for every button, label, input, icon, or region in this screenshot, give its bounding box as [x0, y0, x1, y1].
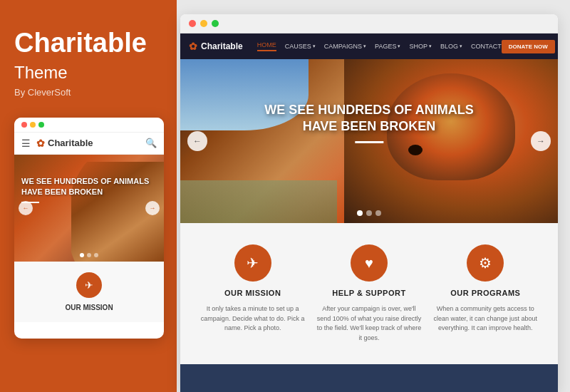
desktop-features-section: ✈ OUR MISSION It only takes a minute to …	[180, 223, 558, 364]
desktop-dark-section	[180, 364, 558, 392]
mobile-dot-red	[21, 122, 27, 128]
desktop-nav-links: HOME CAUSES ▾ CAMPAIGNS ▾ PAGES ▾ SHOP ▾…	[257, 41, 502, 51]
mobile-features-section: ✈ OUR MISSION	[14, 262, 164, 322]
logo-flower-icon: ✿	[36, 138, 45, 149]
right-panel: ✿ Charitable HOME CAUSES ▾ CAMPAIGNS ▾ P…	[177, 0, 570, 392]
programs-desc: When a community gets access to clean wa…	[432, 304, 539, 334]
app-author: By CleverSoft	[14, 87, 71, 98]
nav-campaigns[interactable]: CAMPAIGNS ▾	[324, 43, 366, 50]
desktop-dot-green	[212, 20, 219, 27]
mobile-dot-yellow	[30, 122, 36, 128]
mobile-title-bar	[14, 118, 164, 133]
mobile-prev-button[interactable]: ←	[19, 201, 33, 215]
search-icon[interactable]: 🔍	[145, 138, 157, 148]
mobile-next-button[interactable]: →	[145, 201, 160, 215]
app-title: Charitable	[14, 29, 147, 58]
feature-programs: ⚙ OUR PROGRAMS When a community gets acc…	[432, 244, 539, 343]
support-icon: ♥	[351, 244, 388, 282]
left-panel: Charitable Theme By CleverSoft ☰ ✿ Chari…	[0, 0, 177, 392]
desktop-logo-flower-icon: ✿	[189, 41, 197, 52]
support-desc: After your campaign is over, we'll send …	[316, 304, 423, 343]
mobile-indicator-3[interactable]	[94, 253, 98, 257]
nav-blog[interactable]: BLOG ▾	[440, 43, 462, 50]
nav-home[interactable]: HOME	[257, 41, 276, 51]
mobile-indicator-1[interactable]	[80, 253, 84, 257]
desktop-indicator-2[interactable]	[366, 210, 372, 216]
feature-mission: ✈ OUR MISSION It only takes a minute to …	[200, 244, 306, 343]
support-title: HELP & SUPPORT	[332, 289, 405, 297]
nav-shop[interactable]: SHOP ▾	[409, 43, 432, 50]
mobile-mission-label: OUR MISSION	[65, 304, 113, 311]
desktop-navbar: ✿ Charitable HOME CAUSES ▾ CAMPAIGNS ▾ P…	[180, 33, 558, 59]
mobile-navbar: ☰ ✿ Charitable 🔍	[14, 133, 164, 155]
mobile-logo: ✿ Charitable	[36, 138, 145, 149]
desktop-hero-text: WE SEE HUNDREDS OF ANIMALSHAVE BEEN BROK…	[264, 102, 473, 143]
mobile-dot-green	[38, 122, 44, 128]
mobile-window-dots	[21, 122, 44, 128]
desktop-logo: ✿ Charitable	[189, 41, 243, 52]
desktop-indicator-1[interactable]	[357, 210, 363, 216]
app-subtitle: Theme	[14, 63, 68, 83]
mobile-hero: WE SEE HUNDREDS OF ANIMALSHAVE BEEN BROK…	[14, 155, 164, 262]
mobile-hero-indicators	[80, 253, 98, 257]
donate-now-button[interactable]: DONATE NOW	[502, 40, 555, 53]
desktop-hero: WE SEE HUNDREDS OF ANIMALSHAVE BEEN BROK…	[180, 59, 558, 223]
mobile-mockup: ☰ ✿ Charitable 🔍 WE SEE HUNDREDS OF ANIM…	[14, 118, 164, 339]
hamburger-icon[interactable]: ☰	[21, 138, 31, 149]
mission-icon: ✈	[234, 244, 271, 282]
desktop-title-bar	[180, 14, 558, 33]
mobile-hero-text: WE SEE HUNDREDS OF ANIMALSHAVE BEEN BROK…	[21, 176, 149, 203]
desktop-indicator-3[interactable]	[375, 210, 381, 216]
desktop-next-button[interactable]: →	[531, 131, 551, 151]
nav-pages[interactable]: PAGES ▾	[375, 43, 400, 50]
mission-desc: It only takes a minute to set up a campa…	[200, 304, 306, 334]
hero-ground	[180, 180, 337, 223]
desktop-hero-indicators	[357, 210, 381, 216]
nav-causes[interactable]: CAUSES ▾	[285, 43, 316, 50]
feature-support: ♥ HELP & SUPPORT After your campaign is …	[316, 244, 423, 343]
hero-fox-nose	[408, 145, 423, 155]
desktop-dot-red	[189, 20, 196, 27]
programs-title: OUR PROGRAMS	[450, 289, 520, 297]
nav-contact[interactable]: CONTACT	[471, 43, 502, 50]
desktop-mockup: ✿ Charitable HOME CAUSES ▾ CAMPAIGNS ▾ P…	[180, 14, 558, 392]
desktop-dot-yellow	[200, 20, 207, 27]
desktop-prev-button[interactable]: ←	[187, 131, 207, 151]
mission-title: OUR MISSION	[224, 289, 281, 297]
programs-icon: ⚙	[467, 244, 504, 282]
mobile-indicator-2[interactable]	[87, 253, 91, 257]
mobile-mission-icon: ✈	[76, 272, 102, 298]
